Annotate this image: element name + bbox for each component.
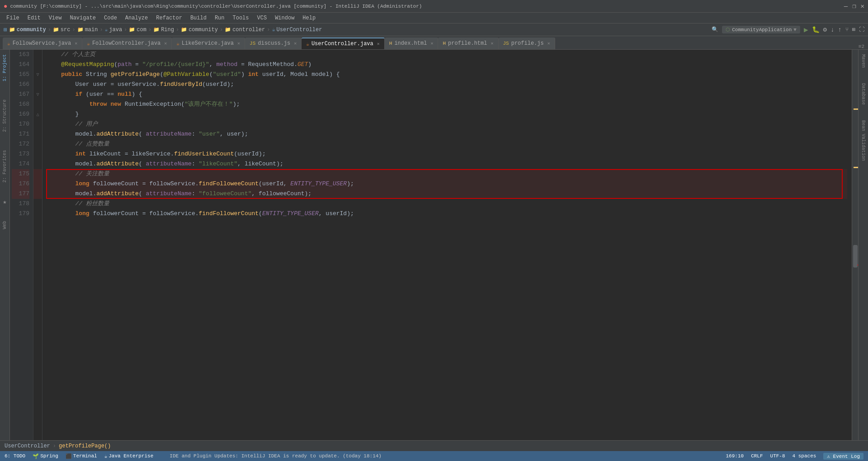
tab-close-button[interactable]: ✕ <box>294 41 297 46</box>
status-position[interactable]: 169:10 <box>726 453 744 459</box>
status-terminal[interactable]: ⬛ Terminal <box>66 453 97 459</box>
status-message: IDE and Plugin Updates: IntelliJ IDEA is… <box>170 453 382 459</box>
git-push-button[interactable]: ↑ <box>838 26 841 33</box>
code-line-165: public String getProfilePage(@PathVariab… <box>47 70 847 80</box>
menu-run[interactable]: Run <box>211 14 228 22</box>
tab-close-button[interactable]: ✕ <box>75 41 77 46</box>
status-java-enterprise[interactable]: ☕ Java Enterprise <box>104 453 154 459</box>
tab-label: LikeService.java <box>182 40 234 47</box>
code-line-168: throw new RuntimeException("该用户不存在！"); <box>47 99 847 109</box>
menu-help[interactable]: Help <box>299 14 319 22</box>
right-sidebar: Maven Database Bean Validation <box>858 50 868 440</box>
code-line-175: // 关注数量 <box>47 169 847 179</box>
menu-edit[interactable]: Edit <box>24 14 44 22</box>
code-line-172: // 点赞数量 <box>47 139 847 149</box>
sidebar-bean-validation-tab[interactable]: Bean Validation <box>860 118 867 164</box>
debug-button[interactable]: 🐛 <box>812 26 820 33</box>
status-todo[interactable]: 6: TODO <box>5 453 25 459</box>
bc-com[interactable]: 📁 com <box>129 27 146 33</box>
tab-label: FollowService.java <box>13 40 71 47</box>
tab-close-button[interactable]: ✕ <box>430 41 433 46</box>
menu-view[interactable]: View <box>45 14 66 22</box>
tab-discussjs[interactable]: JS discuss.js ✕ <box>245 38 302 49</box>
menu-code[interactable]: Code <box>100 14 121 22</box>
bottom-file-name[interactable]: UserController <box>5 443 50 449</box>
tab-label: profile.html <box>448 40 487 47</box>
gutter-164 <box>33 60 42 70</box>
editor-scroll-gutter[interactable] <box>852 50 858 440</box>
tab-usercontroller[interactable]: ☕ UserController.java ✕ <box>302 38 384 49</box>
menu-window[interactable]: Window <box>271 14 298 22</box>
search-icon[interactable]: 🔍 <box>712 26 718 33</box>
sidebar-favorites-tab[interactable]: 2: Favorites <box>1 147 8 185</box>
tab-close-button[interactable]: ✕ <box>237 41 240 46</box>
tab-close-button[interactable]: ✕ <box>377 41 380 47</box>
breadcrumb-bar: ⊞ 📁 community › 📁 src › 📁 main › ☕ java … <box>0 24 868 36</box>
status-indent[interactable]: 4 spaces <box>793 453 816 459</box>
gutter-165-fold[interactable]: ▽ <box>33 70 42 80</box>
menu-analyze[interactable]: Analyze <box>122 14 151 22</box>
bc-ring[interactable]: 📁 Ring <box>153 27 174 33</box>
menu-build[interactable]: Build <box>187 14 210 22</box>
event-log-button[interactable]: ⚠ Event Log <box>823 453 863 460</box>
sidebar-web-tab[interactable]: Web <box>1 218 8 232</box>
vcs-button[interactable]: ⑂ <box>845 27 849 33</box>
line-numbers: 163 164 165 166 167 168 169 170 171 172 … <box>10 50 33 440</box>
tab-profilehtml[interactable]: H profile.html ✕ <box>438 38 498 49</box>
menu-navigate[interactable]: Navigate <box>66 14 99 22</box>
bc-java[interactable]: ☕ java <box>105 27 122 33</box>
fullscreen-button[interactable]: ⛶ <box>859 26 864 33</box>
git-update-button[interactable]: ↓ <box>830 26 834 33</box>
gutter-174 <box>33 159 42 169</box>
bc-usercontroller[interactable]: ☕ UserController <box>272 26 322 33</box>
minimize-button[interactable]: — <box>844 3 848 10</box>
run-config-dropdown[interactable]: ⬡ CommunityApplication ▼ <box>722 26 800 33</box>
bc-community[interactable]: 📁 community <box>9 27 46 33</box>
bc-controller[interactable]: 📁 controller <box>225 27 265 33</box>
java-icon: ☕ <box>306 41 309 47</box>
bc-main[interactable]: 📁 main <box>77 27 98 33</box>
tab-profilejs[interactable]: JS profile.js ✕ <box>499 38 555 49</box>
build-button[interactable]: ⚙ <box>823 26 827 33</box>
code-line-171: model.addAttribute( attributeName: "user… <box>47 129 847 139</box>
sidebar-maven-tab[interactable]: Maven <box>860 52 867 71</box>
bottom-method-name[interactable]: getProfilePage() <box>59 443 111 449</box>
menu-refactor[interactable]: Refactor <box>152 14 186 22</box>
tab-close-button[interactable]: ✕ <box>491 41 493 46</box>
code-line-170: // 用户 <box>47 119 847 129</box>
bc-community2[interactable]: 📁 community <box>181 27 218 33</box>
layout-button[interactable]: ⊞ <box>852 26 855 33</box>
code-line-178: // 粉丝数量 <box>47 199 847 209</box>
status-spring[interactable]: 🌱 Spring <box>33 453 58 459</box>
java-icon: ☕ <box>87 41 90 47</box>
status-encoding[interactable]: UTF-8 <box>770 453 785 459</box>
menu-file[interactable]: File <box>3 14 23 22</box>
tab-indexhtml[interactable]: H index.html ✕ <box>385 38 439 49</box>
code-area[interactable]: // 个人主页 @RequestMapping(path = "/profile… <box>42 50 852 440</box>
gutter-175 <box>33 169 42 179</box>
tab-close-button[interactable]: ✕ <box>164 41 167 46</box>
star-icon[interactable]: ★ <box>3 198 6 206</box>
recent-files-button[interactable]: ≡2 <box>859 44 864 49</box>
menu-tools[interactable]: Tools <box>229 14 253 22</box>
run-button[interactable]: ▶ <box>804 25 808 34</box>
app-icon: ● <box>4 3 7 10</box>
gutter-169-fold[interactable]: △ <box>33 109 42 119</box>
gutter-167-fold[interactable]: ▽ <box>33 89 42 99</box>
tab-close-button[interactable]: ✕ <box>547 41 550 46</box>
bc-src[interactable]: 📁 src <box>53 27 71 33</box>
code-line-166: User user = userService.findUserById(use… <box>47 80 847 89</box>
sidebar-database-tab[interactable]: Database <box>860 80 867 108</box>
main-area: 1: Project 2: Structure 2: Favorites ★ W… <box>0 50 868 440</box>
sidebar-structure-tab[interactable]: 2: Structure <box>1 97 8 135</box>
close-button[interactable]: ✕ <box>861 2 864 10</box>
status-linesep[interactable]: CRLF <box>751 453 763 459</box>
js-icon: JS <box>503 41 509 46</box>
tab-likeservice[interactable]: ☕ LikeService.java ✕ <box>172 38 245 49</box>
tab-followcontroller[interactable]: ☕ FollowController.java ✕ <box>82 38 172 49</box>
tab-followservice[interactable]: ☕ FollowService.java ✕ <box>3 38 82 49</box>
maximize-button[interactable]: ❐ <box>852 2 856 10</box>
menu-vcs[interactable]: VCS <box>254 14 271 22</box>
scroll-thumb[interactable] <box>853 245 858 268</box>
sidebar-project-tab[interactable]: 1: Project <box>1 52 8 84</box>
